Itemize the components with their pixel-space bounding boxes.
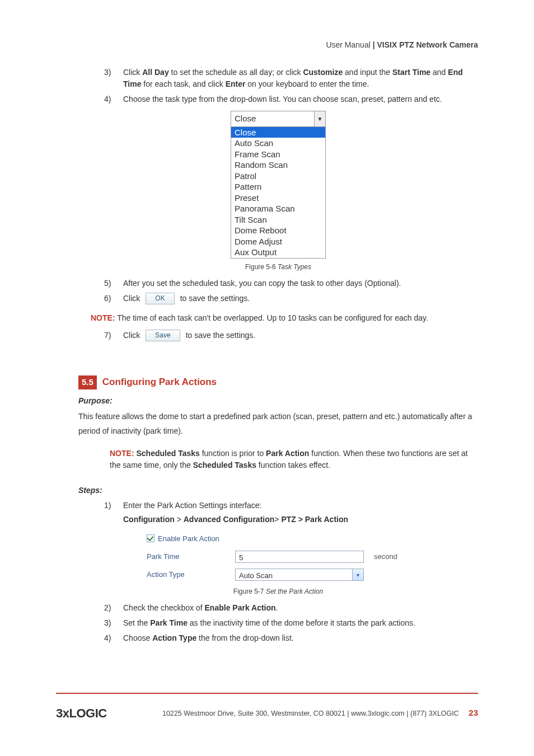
page-header: User Manual | VISIX PTZ Network Camera bbox=[78, 39, 478, 51]
step-a-7: 7) Click Save to save the settings. bbox=[78, 330, 478, 341]
chevron-down-icon[interactable]: ▼ bbox=[314, 111, 325, 126]
page-footer: 3xLOGIC 10225 Westmoor Drive, Suite 300,… bbox=[56, 693, 478, 722]
step-a-5: 5) After you set the scheduled task, you… bbox=[78, 278, 478, 289]
figure-caption-2: Figure 5-7 Set the Park Action bbox=[78, 586, 478, 597]
section-header-5-5: 5.5 Configuring Park Actions bbox=[78, 375, 478, 389]
ok-button[interactable]: OK bbox=[146, 293, 174, 304]
step-body: Click Save to save the settings. bbox=[123, 330, 478, 341]
step-body: After you set the scheduled task, you ca… bbox=[123, 278, 478, 289]
dropdown-option[interactable]: Preset bbox=[231, 192, 325, 204]
logo-3xlogic: 3xLOGIC bbox=[56, 704, 107, 722]
step-b-4: 4) Choose Action Type the from the drop-… bbox=[78, 632, 478, 644]
step-b-3: 3) Set the Park Time as the inactivity t… bbox=[78, 617, 478, 629]
step-number: 2) bbox=[104, 602, 115, 614]
step-number: 3) bbox=[104, 67, 115, 90]
step-number: 4) bbox=[104, 93, 115, 105]
step-a-4: 4) Choose the task type from the drop-do… bbox=[78, 93, 478, 105]
park-time-label: Park Time bbox=[147, 551, 231, 562]
dropdown-option[interactable]: Tilt Scan bbox=[231, 214, 325, 226]
step-b-1: 1) Enter the Park Action Settings interf… bbox=[78, 500, 478, 525]
step-number: 5) bbox=[104, 278, 115, 289]
dropdown-list: Close Auto Scan Frame Scan Random Scan P… bbox=[231, 127, 325, 258]
dropdown-option[interactable]: Close bbox=[231, 127, 325, 138]
task-type-dropdown: Close ▼ Close Auto Scan Frame Scan Rando… bbox=[231, 111, 326, 259]
dropdown-option[interactable]: Pattern bbox=[231, 181, 325, 192]
note-label: NOTE: bbox=[110, 449, 134, 458]
step-body: Enter the Park Action Settings interface… bbox=[123, 500, 478, 525]
step-number: 3) bbox=[104, 617, 115, 629]
footer-address: 10225 Westmoor Drive, Suite 300, Westmin… bbox=[162, 707, 478, 720]
figure-caption-1: Figure 5-6 Task Types bbox=[78, 262, 478, 272]
dropdown-option[interactable]: Dome Reboot bbox=[231, 225, 325, 236]
dropdown-option[interactable]: Dome Adjust bbox=[231, 236, 325, 247]
step-number: 4) bbox=[104, 632, 115, 644]
step-b-2: 2) Check the checkbox of Enable Park Act… bbox=[78, 602, 478, 614]
note-overlap: NOTE: The time of each task can't be ove… bbox=[78, 312, 478, 324]
step-number: 1) bbox=[104, 500, 115, 525]
step-body: Choose the task type from the drop-down … bbox=[123, 93, 478, 105]
step-body: Set the Park Time as the inactivity time… bbox=[123, 617, 478, 629]
note-scheduled-tasks: NOTE: Scheduled Tasks function is prior … bbox=[78, 448, 478, 471]
chevron-down-icon[interactable]: ▾ bbox=[352, 569, 363, 580]
figure-park-action: Enable Park Action Park Time 5 second Ac… bbox=[147, 533, 410, 581]
step-body: Click OK to save the settings. bbox=[123, 293, 478, 304]
section-number: 5.5 bbox=[78, 375, 97, 389]
step-body: Click All Day to set the schedule as all… bbox=[123, 67, 478, 90]
dropdown-option[interactable]: Random Scan bbox=[231, 159, 325, 171]
footer-divider bbox=[56, 693, 478, 694]
park-time-input[interactable]: 5 bbox=[235, 551, 364, 563]
purpose-label: Purpose: bbox=[78, 395, 478, 407]
park-time-unit: second bbox=[374, 551, 397, 562]
enable-park-action-checkbox[interactable] bbox=[147, 534, 154, 542]
step-body: Choose Action Type the from the drop-dow… bbox=[123, 632, 478, 644]
dropdown-option[interactable]: Aux Output bbox=[231, 247, 325, 258]
purpose-text: This feature allows the dome to start a … bbox=[78, 409, 478, 439]
page-number: 23 bbox=[469, 708, 478, 717]
step-body: Check the checkbox of Enable Park Action… bbox=[123, 602, 478, 614]
action-type-value: Auto Scan bbox=[236, 569, 352, 580]
header-left: User Manual bbox=[326, 40, 372, 49]
save-button[interactable]: Save bbox=[146, 330, 180, 341]
step-number: 7) bbox=[104, 330, 115, 341]
dropdown-option[interactable]: Frame Scan bbox=[231, 149, 325, 160]
step-number: 6) bbox=[104, 293, 115, 304]
enable-park-action-label: Enable Park Action bbox=[158, 533, 219, 544]
action-type-select[interactable]: Auto Scan ▾ bbox=[235, 569, 364, 581]
dropdown-head[interactable]: Close ▼ bbox=[231, 111, 325, 127]
dropdown-selected: Close bbox=[231, 111, 314, 126]
step-a-3: 3) Click All Day to set the schedule as … bbox=[78, 67, 478, 90]
header-right: | VISIX PTZ Network Camera bbox=[373, 40, 478, 49]
note-label: NOTE: bbox=[91, 313, 115, 322]
steps-label: Steps: bbox=[78, 485, 478, 496]
dropdown-option[interactable]: Patrol bbox=[231, 171, 325, 182]
section-title: Configuring Park Actions bbox=[102, 377, 217, 387]
action-type-label: Action Type bbox=[147, 569, 231, 580]
dropdown-option[interactable]: Panorama Scan bbox=[231, 203, 325, 214]
step-a-6: 6) Click OK to save the settings. bbox=[78, 293, 478, 304]
dropdown-option[interactable]: Auto Scan bbox=[231, 138, 325, 149]
figure-task-types: Close ▼ Close Auto Scan Frame Scan Rando… bbox=[78, 111, 478, 259]
